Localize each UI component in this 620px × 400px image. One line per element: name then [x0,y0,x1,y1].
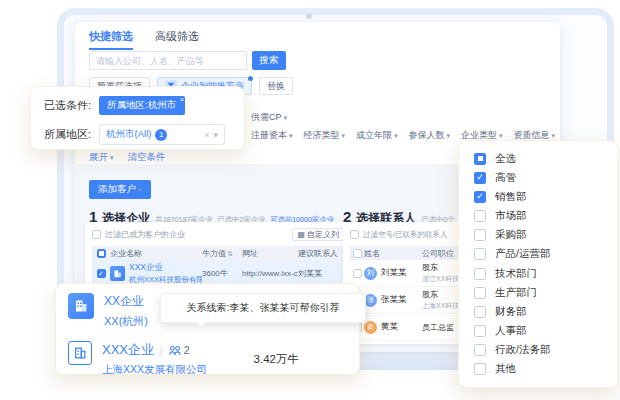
clear-conditions-link[interactable]: 清空条件 [128,151,166,164]
filter-customers-checkbox[interactable] [92,230,101,239]
checkbox[interactable] [474,229,486,241]
filter-chip-registered-capital[interactable]: 注册资本 [251,129,293,142]
col-contact-name: 姓名 [364,248,422,259]
filter-customers-label: 过滤已成为客户的企业 [105,229,185,240]
notification-dot [248,76,253,81]
checkbox[interactable] [474,268,486,280]
region-label: 所属地区: [44,127,91,142]
checkbox-checked[interactable] [474,172,486,184]
dropdown-item-tech[interactable]: 技术部门 [459,264,617,283]
region-select[interactable]: 杭州市(All) 1 × ▾ [99,124,225,145]
checkbox-indeterminate[interactable] [474,153,486,165]
company-row[interactable]: XX企业 XX(杭州) 关系线索:李某、张某某可帮你引荐 [68,293,347,329]
grid-icon: ▦ [297,230,305,239]
dropdown-item-other[interactable]: 其他 [459,360,617,379]
niu-value: 3600牛 [202,268,242,279]
col-niu-value[interactable]: 牛力值⇅ [202,248,242,259]
checkbox[interactable] [474,210,486,222]
dropdown-item-select-all[interactable]: 全选 [459,149,617,168]
checkbox[interactable] [474,363,486,375]
contact-name: 黄某 [381,321,398,333]
department-dropdown: 全选 高管 销售部 市场部 采购部 产品/运营部 技术部门 生产部门 [458,140,618,388]
checkbox[interactable] [474,306,486,318]
checkbox-checked[interactable] [474,191,486,203]
search-button[interactable]: 搜索 [252,51,286,70]
region-value: 杭州市(All) [106,128,151,141]
avatar: 刘 [364,267,377,280]
company-filter-row: 过滤已成为客户的企业 ▦ 自定义列 [92,227,344,242]
company-table-header: 企业名称 牛力值⇅ 网址 建议联系人 [92,246,344,260]
checkbox[interactable] [474,344,486,356]
dropdown-item-production[interactable]: 生产部门 [459,283,617,302]
selected-conditions-card: 已选条件: 所属地区:杭州市 × 所属地区: 杭州市(All) 1 × ▾ [30,86,245,150]
dropdown-item-sales[interactable]: 销售部 [459,187,617,206]
region-count-badge: 1 [155,129,167,141]
customize-columns-label: 自定义列 [307,229,339,240]
tab-advanced-filter[interactable]: 高级筛选 [155,29,199,50]
col-website: 网址 [242,248,298,259]
company-name-link[interactable]: XX企业 [104,293,148,310]
filter-contacts-checkbox[interactable] [350,230,359,239]
filter-tabs: 快捷筛选 高级筛选 [89,29,199,50]
website[interactable]: http://www.lxx-cs... [242,269,298,278]
filter-chip-partial[interactable]: 供需CP [251,111,287,124]
filter-contacts-label: 过滤空号/已联系的联系人 [363,230,448,240]
mockup-stage: 快捷筛选 高级筛选 搜索 预置筛选项 企业智能推荐商 替换 供需CP 注册资本 … [0,0,620,400]
dropdown-item-procurement[interactable]: 采购部 [459,226,617,245]
search-input[interactable] [89,51,247,70]
selected-conditions-label: 已选条件: [44,98,91,113]
dropdown-item-hr[interactable]: 人事部 [459,322,617,341]
contact-name: 刘某某 [381,267,407,279]
suggested-contact: 刘某某 [298,268,344,279]
select-all-contacts-checkbox[interactable] [353,249,362,258]
col-suggested-contact: 建议联系人 [298,248,344,259]
building-icon [68,293,94,319]
relationship-icon [169,345,181,356]
company-row[interactable]: XXX企业 | 2 上海XXX发展有限公司 3.42万牛 [68,341,347,377]
niu-value: 3.42万牛 [254,352,299,367]
company-fullname-link[interactable]: XX(杭州) [104,314,148,329]
contact-name: 张某某 [381,294,407,306]
filter-links: 展开 清空条件 [89,151,166,164]
relation-clue-tooltip: 关系线索:李某、张某某可帮你引荐 [160,293,366,323]
chevron-down-icon[interactable]: ▾ [214,130,219,140]
expand-link[interactable]: 展开 [89,151,114,164]
divider: | [160,345,163,356]
row-checkbox[interactable] [97,269,106,278]
tooltip-arrow [195,316,206,327]
search-row: 搜索 [89,51,286,70]
checkbox[interactable] [474,287,486,299]
building-outline-icon [68,341,92,365]
filter-chip-insured-count[interactable]: 参保人数 [409,129,451,142]
checkbox[interactable] [474,248,486,260]
replace-button[interactable]: 替换 [259,77,293,95]
dropdown-item-marketing[interactable]: 市场部 [459,207,617,226]
add-customer-button[interactable]: 添加客户 [89,180,151,199]
dropdown-item-executives[interactable]: 高管 [459,168,617,187]
filter-chip-years-established[interactable]: 成立年限 [356,129,398,142]
company-icon [110,266,125,281]
checkbox[interactable] [474,325,486,337]
customize-columns-button[interactable]: ▦ 自定义列 [292,228,344,241]
company-name-link[interactable]: XXX企业 [102,341,154,359]
dropdown-item-product-ops[interactable]: 产品/运营部 [459,245,617,264]
col-company-name: 企业名称 [110,248,202,259]
avatar: 黄 [364,321,377,334]
tag-close-icon[interactable]: × [180,95,185,104]
clear-icon[interactable]: × [204,130,209,140]
region-filter-tag[interactable]: 所属地区:杭州市 × [99,96,185,115]
company-fullname-link[interactable]: 上海XXX发展有限公司 [102,363,207,377]
company-name-link[interactable]: XXX企业 [129,262,202,274]
row-checkbox[interactable] [353,269,362,278]
dropdown-item-admin-legal[interactable]: 行政/法务部 [459,341,617,360]
relation-count[interactable]: 2 [169,344,190,356]
select-all-companies-checkbox[interactable] [97,249,106,258]
laptop-camera-dot [306,13,312,19]
dropdown-item-finance[interactable]: 财务部 [459,302,617,321]
filter-chip-economic-type[interactable]: 经济类型 [304,129,346,142]
company-detail-card: XX企业 XX(杭州) 关系线索:李某、张某某可帮你引荐 XXX企业 | 2 [55,283,360,375]
sort-icon[interactable]: ⇅ [227,250,233,257]
tab-quick-filter[interactable]: 快捷筛选 [89,29,133,50]
